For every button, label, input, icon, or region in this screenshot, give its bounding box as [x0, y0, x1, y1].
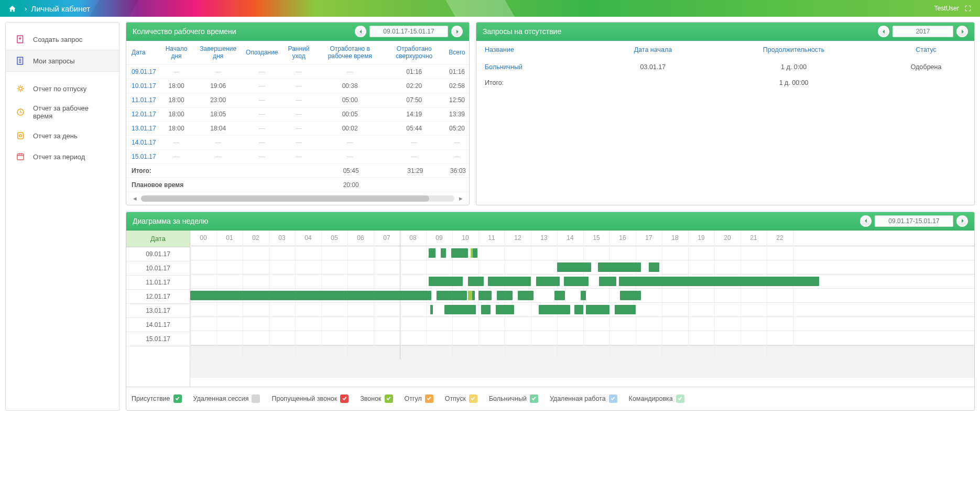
sidebar-item-worktime-report[interactable]: Отчет за рабочее время [6, 99, 119, 125]
hours-axis: 0001020304050607080910111213141516171819… [190, 231, 974, 246]
gantt-bar[interactable] [554, 291, 565, 300]
calendar-icon [15, 151, 26, 162]
col-abs-start: Дата начала [596, 41, 710, 59]
absence-panel: Запросы на отсутствие Название Дата нача… [476, 22, 975, 205]
scroll-right-icon[interactable]: ▸ [458, 195, 464, 202]
gantt-bar[interactable] [496, 305, 514, 314]
gantt-bar[interactable] [620, 291, 641, 300]
svg-rect-6 [17, 154, 24, 160]
table-row[interactable]: Больничный03.01.171 д. 0:00Одобрена [476, 59, 974, 75]
year-input[interactable] [892, 26, 953, 37]
check-icon [530, 395, 538, 403]
gantt-bar[interactable] [472, 291, 475, 300]
chart-prev-button[interactable] [860, 215, 872, 227]
gantt-row [190, 303, 974, 317]
table-row[interactable]: 15.01.17——————— [126, 149, 469, 163]
chart-date-header: Дата [126, 231, 190, 247]
gantt-bar[interactable] [429, 277, 463, 286]
gantt-bar[interactable] [478, 291, 492, 300]
col-status: Статус [878, 41, 974, 59]
sidebar-item-label: Отчет за день [33, 132, 78, 140]
gantt-row [190, 289, 974, 303]
gantt-bar[interactable] [598, 262, 641, 272]
gantt-bar[interactable] [430, 305, 433, 314]
gantt-bar[interactable] [473, 248, 477, 258]
chart-panel-header: Диаграмма за неделю [126, 212, 974, 231]
legend-presence[interactable]: Присутствие [132, 395, 182, 403]
gantt-bar[interactable] [468, 291, 472, 300]
check-icon [252, 395, 260, 403]
week-range-input[interactable] [369, 26, 448, 37]
gantt-bar[interactable] [599, 277, 616, 286]
gantt-bar[interactable] [497, 291, 513, 300]
gantt-bar[interactable] [518, 291, 533, 300]
table-row[interactable]: 09.01.17—————01:1601:16 [126, 64, 469, 79]
chart-grid: 0001020304050607080910111213141516171819… [190, 231, 974, 387]
chart-next-button[interactable] [956, 215, 968, 227]
gantt-row [190, 331, 974, 345]
table-row[interactable]: 14.01.17——————— [126, 135, 469, 149]
worktime-hscroll[interactable]: ◂ ▸ [126, 192, 469, 205]
sidebar-item-period-report[interactable]: Отчет за период [6, 146, 119, 167]
sidebar-item-day-report[interactable]: Отчет за день [6, 125, 119, 146]
fullscreen-icon[interactable] [964, 5, 972, 12]
legend-call[interactable]: Звонок [360, 395, 393, 403]
col-worked: Отработано в рабочее время [317, 41, 384, 64]
legend-remote-session[interactable]: Удаленная сессия [193, 395, 260, 403]
worktime-panel-header: Количество рабочего времени [126, 23, 469, 41]
home-icon[interactable] [8, 5, 16, 13]
sidebar-item-my-requests[interactable]: Мои запросы [6, 50, 119, 72]
gantt-bar[interactable] [536, 277, 560, 286]
gantt-bar[interactable] [586, 305, 609, 314]
sidebar-item-create-request[interactable]: Создать запрос [6, 29, 119, 50]
gantt-bar[interactable] [488, 277, 531, 286]
total-row: Итого:05:4531:2936:03 [126, 163, 469, 178]
table-row[interactable]: 12.01.1718:0018:05——00:0514:1913:39 [126, 107, 469, 121]
gantt-bar[interactable] [441, 248, 446, 258]
gantt-bar[interactable] [564, 277, 589, 286]
table-row[interactable]: 13.01.1718:0018:04——00:0205:4405:20 [126, 121, 469, 135]
legend-vacation[interactable]: Отпуск [445, 395, 477, 403]
table-row[interactable]: 10.01.1718:0019:06——00:3802:2002:58 [126, 79, 469, 93]
legend-trip[interactable]: Командировка [629, 395, 684, 403]
gantt-bar[interactable] [574, 305, 584, 314]
gantt-bar[interactable] [557, 262, 591, 272]
top-bar: › Личный кабинет TestUser [0, 0, 980, 17]
col-early: Ранний уход [281, 41, 316, 64]
svg-rect-4 [18, 133, 24, 139]
scroll-left-icon[interactable]: ◂ [132, 195, 138, 202]
col-end: Завершение дня [193, 41, 243, 64]
gantt-bar[interactable] [429, 248, 435, 258]
next-week-button[interactable] [451, 26, 463, 37]
gantt-bar[interactable] [649, 262, 659, 272]
clock-icon [15, 107, 26, 117]
prev-week-button[interactable] [355, 26, 366, 37]
legend-remote-work[interactable]: Удаленная работа [550, 395, 617, 403]
legend-sick[interactable]: Больничный [489, 395, 538, 403]
check-icon [469, 395, 477, 403]
gantt-bar[interactable] [444, 305, 476, 314]
prev-year-button[interactable] [878, 26, 889, 37]
legend-missed-call[interactable]: Пропущенный звонок [271, 395, 349, 403]
gantt-bar[interactable] [437, 291, 467, 300]
gantt-bar[interactable] [581, 291, 586, 300]
col-name: Название [476, 41, 596, 59]
sidebar-item-label: Мои запросы [33, 57, 75, 65]
gantt-bar[interactable] [615, 305, 636, 314]
check-icon [676, 395, 684, 403]
current-user-label[interactable]: TestUser [934, 5, 959, 12]
chart-range-input[interactable] [875, 215, 953, 227]
gantt-bar[interactable] [619, 277, 820, 286]
next-year-button[interactable] [956, 26, 968, 37]
gantt-bar[interactable] [539, 305, 570, 314]
gantt-bar[interactable] [451, 248, 469, 258]
gantt-bar[interactable] [190, 291, 431, 300]
gantt-bar[interactable] [481, 305, 491, 314]
sidebar-item-vacation-report[interactable]: Отчет по отпуску [6, 78, 119, 99]
legend-dayoff[interactable]: Отгул [405, 395, 433, 403]
chart-date-cell: 14.01.17 [126, 318, 190, 332]
gantt-bar[interactable] [468, 277, 484, 286]
col-total: Всего [445, 41, 469, 64]
table-row[interactable]: 11.01.1718:0023:00——05:0007:5012:50 [126, 93, 469, 107]
chart-date-cell: 09.01.17 [126, 247, 190, 261]
